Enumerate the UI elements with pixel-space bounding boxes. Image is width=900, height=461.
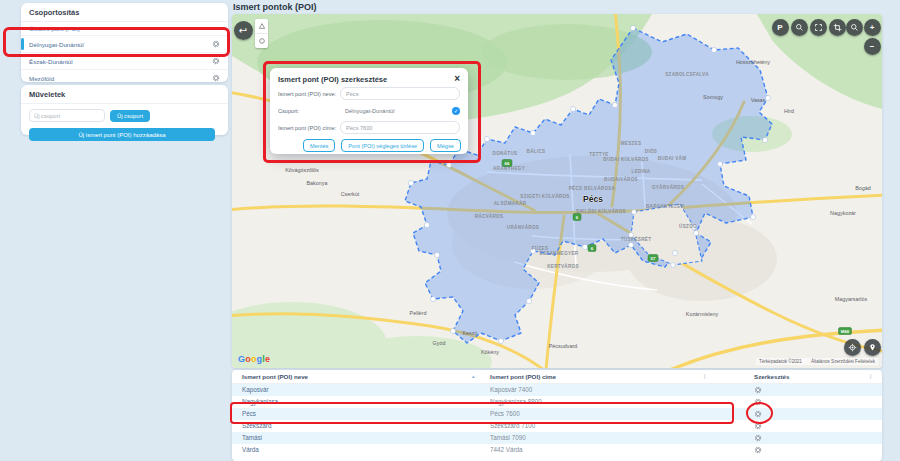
polygon-vertex-handle[interactable] <box>671 263 676 268</box>
edit-gear-icon[interactable] <box>754 386 762 394</box>
cancel-button[interactable]: Mégse <box>430 139 461 152</box>
map-label: LEDINA <box>632 169 651 174</box>
cell-poi-name: Szekszárd <box>242 420 271 432</box>
delete-poi-button[interactable]: Pont (POI) végleges törlése <box>341 139 424 152</box>
map-label: BÁLICS <box>527 148 546 154</box>
new-group-button[interactable]: Új csoport <box>110 110 150 122</box>
map-label: DONÁTUS <box>493 150 518 156</box>
sidebar-group-item[interactable]: Összes pont (POI) <box>21 22 228 36</box>
table-header-row: Ismert pont (POI) neve ▲ Ismert pont (PO… <box>232 370 882 384</box>
sidebar-group-item[interactable]: Mezőföld <box>21 70 228 86</box>
svg-text:57: 57 <box>651 256 656 261</box>
target-icon <box>848 343 857 352</box>
map-fit-bounds-button[interactable] <box>810 19 827 36</box>
table-row[interactable]: NagykanizsaNagykanizsa 8800 <box>232 396 882 408</box>
map-data-copyright: Térképadatok ©2021 <box>759 359 802 364</box>
zoom-out-button[interactable]: − <box>864 38 881 55</box>
map-label: BUDAIVÁROS <box>604 176 638 182</box>
table-row[interactable]: SzekszárdSzekszárd 7100 <box>232 420 882 432</box>
new-group-input[interactable] <box>29 109 105 122</box>
polygon-vertex-handle[interactable] <box>450 328 455 333</box>
polygon-vertex-handle[interactable] <box>582 244 587 249</box>
polygon-vertex-handle[interactable] <box>628 242 633 247</box>
sidebar-group-item[interactable]: Délnyugat-Dunántúl <box>21 36 228 53</box>
gear-icon[interactable] <box>212 74 220 82</box>
back-arrow-icon: ↩ <box>239 25 247 36</box>
terms-link[interactable]: Általános Szerződési Feltételek <box>811 359 875 364</box>
polygon-vertex-handle[interactable] <box>711 47 716 52</box>
edit-gear-icon[interactable] <box>754 398 762 406</box>
map-area-select-button[interactable] <box>829 19 846 36</box>
map-back-button[interactable]: ↩ <box>234 21 253 40</box>
app-root: Csoportosítás Összes pont (POI)Délnyugat… <box>0 0 900 461</box>
svg-text:66: 66 <box>505 161 510 166</box>
group-select-value[interactable]: Délnyugat-Dunántúl <box>340 108 452 114</box>
map-label: SZIGETI KÜLVÁROS <box>520 193 569 199</box>
modal-field-row: Csoport:Délnyugat-Dunántúl✓ <box>278 103 460 118</box>
polygon-vertex-handle[interactable] <box>632 210 637 215</box>
modal-field-row: Ismert pont (POI) címe:Pécs 7600 <box>278 120 460 135</box>
field-input[interactable]: Pécs 7600 <box>340 121 460 134</box>
cell-poi-address: Kaposvár 7400 <box>490 384 532 396</box>
road-shield: 6 <box>573 214 581 221</box>
table-row[interactable]: Várda7442 Várda <box>232 444 882 456</box>
polygon-vertex-handle[interactable] <box>434 252 439 257</box>
polygon-vertex-handle[interactable] <box>498 338 503 343</box>
polygon-vertex-handle[interactable] <box>530 130 535 135</box>
polygon-vertex-handle[interactable] <box>430 296 435 301</box>
google-logo-letter: e <box>265 354 270 364</box>
locate-button[interactable] <box>844 339 861 356</box>
close-icon[interactable]: × <box>454 74 460 84</box>
map-label: ÜSZÖG <box>679 223 697 229</box>
map-zoom-search-button[interactable] <box>846 19 863 36</box>
gear-icon[interactable] <box>212 57 220 65</box>
cell-poi-address: 7442 Várda <box>490 444 523 456</box>
polygon-vertex-handle[interactable] <box>630 25 635 30</box>
map-label: URÁNVÁROS <box>507 224 539 230</box>
draw-polygon-tool[interactable] <box>255 19 268 33</box>
table-row[interactable]: PécsPécs 7600 <box>232 408 882 420</box>
polygon-vertex-handle[interactable] <box>765 95 770 100</box>
add-marker-button[interactable] <box>864 339 881 356</box>
operations-panel: Műveletek Új csoport Új ismert pont (POI… <box>21 85 228 135</box>
map-label: BARAKKTELEP <box>646 204 684 209</box>
edit-gear-icon[interactable] <box>754 410 762 418</box>
polygon-vertex-handle[interactable] <box>570 106 575 111</box>
map-label: ÉSZAKMEGYER <box>540 249 579 256</box>
polygon-vertex-handle[interactable] <box>750 214 755 219</box>
zoom-in-button[interactable]: + <box>864 19 881 36</box>
polygon-vertex-handle[interactable] <box>408 180 413 185</box>
gear-icon[interactable] <box>212 40 220 48</box>
add-poi-button[interactable]: Új ismert pont (POI) hozzáadása <box>29 128 215 141</box>
map-label: RÁCVÁROS <box>475 213 504 219</box>
edit-gear-icon[interactable] <box>754 434 762 442</box>
field-input[interactable]: Pécs <box>340 87 460 100</box>
sidebar-group-item[interactable]: Észak-Dunántúl <box>21 53 228 70</box>
draw-circle-tool[interactable] <box>255 33 268 48</box>
sort-asc-icon[interactable]: ▲ <box>471 370 475 383</box>
edit-gear-icon[interactable] <box>754 422 762 430</box>
map-label: Keszü <box>463 330 478 336</box>
polygon-vertex-handle[interactable] <box>612 102 617 107</box>
edit-gear-icon[interactable] <box>754 446 762 454</box>
table-row[interactable]: TamásiTamási 7090 <box>232 432 882 444</box>
polygon-vertex-handle[interactable] <box>693 230 698 235</box>
header-poi-name[interactable]: Ismert pont (POI) neve <box>242 370 308 383</box>
field-label: Ismert pont (POI) címe: <box>278 125 340 131</box>
map-poi-button[interactable]: P <box>772 19 789 36</box>
map-label: TÜSKÉSRÉT <box>621 235 652 242</box>
road-shield: 6 <box>588 245 596 252</box>
header-poi-address[interactable]: Ismert pont (POI) címe <box>490 370 556 383</box>
map-search-button[interactable] <box>791 19 808 36</box>
polygon-vertex-handle[interactable] <box>717 161 722 166</box>
polygon-vertex-handle[interactable] <box>484 136 489 141</box>
polygon-vertex-handle[interactable] <box>526 298 531 303</box>
polygon-vertex-handle[interactable] <box>446 162 451 167</box>
poi-table: Ismert pont (POI) neve ▲ Ismert pont (PO… <box>232 370 882 461</box>
table-body: KaposvárKaposvár 7400NagykanizsaNagykani… <box>232 384 882 456</box>
save-poi-button[interactable]: Mentés <box>303 139 335 152</box>
polygon-vertex-handle[interactable] <box>424 222 429 227</box>
polygon-vertex-handle[interactable] <box>762 137 767 142</box>
table-row[interactable]: KaposvárKaposvár 7400 <box>232 384 882 396</box>
polygon-vertex-handle[interactable] <box>672 250 677 255</box>
